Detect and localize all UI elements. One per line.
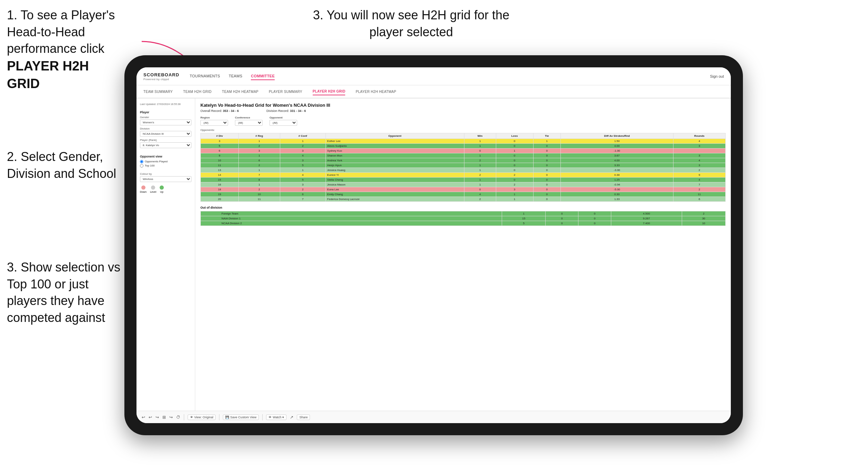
sidebar-timestamp: Last Updated: 27/03/2024 16:55:38 <box>140 103 191 106</box>
instruction-step3-left: 3. Show selection vs Top 100 or just pla… <box>7 259 124 326</box>
table-row: 13 1 1 Jessica Huang 1 0 0 -3.00 2 <box>201 168 726 173</box>
sidebar-radio-group: Opponents Played Top 100 <box>140 160 191 168</box>
col-reg: # Reg <box>238 133 280 139</box>
filters-row: Region (All) Conference (All) Opponent <box>200 116 726 126</box>
toolbar-divider-3 <box>262 414 263 420</box>
save-custom-view-btn[interactable]: 💾 Save Custom View <box>223 414 259 420</box>
colour-legend-level: Level <box>150 185 156 193</box>
colour-dot-level <box>151 185 155 190</box>
table-row: 10 6 3 Andrea York 2 0 0 4.00 4 <box>201 158 726 163</box>
sidebar-player-rank-label: Player (Rank) <box>140 139 191 142</box>
table-row: 18 2 2 Euna Lee 0 3 0 -5.00 2 <box>201 187 726 192</box>
table-row: 19 10 6 Emily Chang 4 1 0 0.30 11 <box>201 192 726 197</box>
table-row: 5 2 2 Alexis Sudjianto 1 0 0 4.00 3 <box>201 144 726 149</box>
table-row: 16 1 3 Jessica Mason 1 2 0 -0.94 7 <box>201 182 726 187</box>
colour-dot-down <box>141 185 145 190</box>
table-row: 14 7 4 Eunice Yi 2 2 0 0.38 9 <box>201 173 726 178</box>
col-loss: Loss <box>496 133 533 139</box>
out-of-division-table: Foreign Team 1 0 0 4.500 2 NAIA Division… <box>200 211 726 226</box>
sidebar-player-rank-select[interactable]: 8. Katelyn Vo <box>140 142 191 148</box>
col-conf: # Conf <box>280 133 326 139</box>
clock-icon[interactable]: ⏱ <box>176 415 180 420</box>
sidebar-colour-by-label: Colour by <box>140 172 191 175</box>
sub-nav-team-h2h-grid[interactable]: TEAM H2H GRID <box>183 88 211 95</box>
col-div: # Div <box>201 133 239 139</box>
filter-region-group: Region (All) <box>200 116 228 126</box>
col-win: Win <box>464 133 496 139</box>
main-data-table: # Div # Reg # Conf Opponent Win Loss Tie… <box>200 133 726 202</box>
table-row: 15 8 5 Stella Cheng 1 0 0 1.25 4 <box>201 178 726 182</box>
nav-right: Sign out <box>710 74 724 78</box>
instruction-step2: 2. Select Gender, Division and School <box>7 149 124 182</box>
grid-area: Katelyn Vo Head-to-Head Grid for Women's… <box>195 98 731 411</box>
sidebar-division-label: Division <box>140 127 191 130</box>
tablet-screen: SCOREBOARD Powered by clippd TOURNAMENTS… <box>136 67 731 423</box>
table-row: 6 3 3 Sydney Kuo 0 1 0 -1.00 <box>201 149 726 153</box>
main-content: Last Updated: 27/03/2024 16:55:38 Player… <box>136 98 731 411</box>
sign-out-link[interactable]: Sign out <box>710 74 724 78</box>
sidebar: Last Updated: 27/03/2024 16:55:38 Player… <box>136 98 195 411</box>
table-row: 20 11 7 Federica Domecq Lacroze 2 1 0 1.… <box>201 197 726 202</box>
filter-conference-select[interactable]: (All) <box>235 120 263 126</box>
table-row: NAIA Division 1 15 0 0 9.267 30 <box>201 216 726 221</box>
watch-btn[interactable]: 👁 Watch ▾ <box>266 414 286 420</box>
grid-icon[interactable]: ⊞ <box>162 415 166 420</box>
nav-bar: SCOREBOARD Powered by clippd TOURNAMENTS… <box>136 67 731 85</box>
undo-icon[interactable]: ↩ <box>142 415 145 420</box>
filter-opponent-select[interactable]: (All) <box>270 120 297 126</box>
nav-tournaments[interactable]: TOURNAMENTS <box>190 73 220 80</box>
filter-conference-group: Conference (All) <box>235 116 263 126</box>
col-opponent: Opponent <box>326 133 464 139</box>
filter-region-select[interactable]: (All) <box>200 120 228 126</box>
sub-nav-player-h2h-grid[interactable]: PLAYER H2H GRID <box>313 88 346 95</box>
table-row: 11 2 5 Heejo Hyun 1 0 0 3.33 3 <box>201 163 726 168</box>
col-tie: Tie <box>533 133 561 139</box>
sidebar-gender-label: Gender <box>140 116 191 119</box>
sub-nav-player-h2h-heatmap[interactable]: PLAYER H2H HEATMAP <box>356 88 396 95</box>
sub-nav: TEAM SUMMARY TEAM H2H GRID TEAM H2H HEAT… <box>136 85 731 98</box>
nav-items: TOURNAMENTS TEAMS COMMITTEE <box>190 73 710 80</box>
redo-icon[interactable]: ↪ <box>155 415 159 420</box>
grid-record-row: Overall Record: 353 - 34 - 6 Division Re… <box>200 109 726 113</box>
out-of-division-title: Out of division <box>200 206 726 209</box>
tablet-frame: SCOREBOARD Powered by clippd TOURNAMENTS… <box>124 55 743 435</box>
toolbar: ↩ ↩ ↪ ⊞ ↪ ⏱ 👁 View: Original 💾 Save Cust… <box>136 411 731 423</box>
instruction-step3-right: 3. You will now see H2H grid for the pla… <box>311 7 511 40</box>
sidebar-division-select[interactable]: NCAA Division III <box>140 131 191 137</box>
view-original-btn[interactable]: 👁 View: Original <box>188 414 216 420</box>
share-icon[interactable]: ↗ <box>290 415 293 420</box>
sub-nav-team-summary[interactable]: TEAM SUMMARY <box>143 88 173 95</box>
table-row: 9 1 4 Sharon Mun 1 0 0 3.67 3 <box>201 153 726 158</box>
colour-legend-down: Down <box>140 185 147 193</box>
sidebar-player-label: Player <box>140 111 191 114</box>
share-btn[interactable]: Share <box>297 414 310 420</box>
redo2-icon[interactable]: ↪ <box>169 415 173 420</box>
colour-legend-up: Up <box>160 185 164 193</box>
undo2-icon[interactable]: ↩ <box>149 415 152 420</box>
sidebar-colour-by-select[interactable]: Win/loss <box>140 176 191 182</box>
opponents-label: Opponents: <box>200 128 726 132</box>
nav-teams[interactable]: TEAMS <box>229 73 242 80</box>
table-row: 3 1 1 Esther Lee 1 0 1 1.50 4 <box>201 139 726 144</box>
sidebar-gender-select[interactable]: Women's <box>140 120 191 125</box>
table-row: NCAA Division 2 5 0 0 7.400 10 <box>201 221 726 226</box>
colour-dot-up <box>160 185 164 190</box>
sidebar-radio-top100[interactable]: Top 100 <box>140 164 191 168</box>
table-row: Foreign Team 1 0 0 4.500 2 <box>201 211 726 216</box>
sub-nav-player-summary[interactable]: PLAYER SUMMARY <box>269 88 302 95</box>
colour-legend: Down Level Up <box>140 185 191 193</box>
logo: SCOREBOARD Powered by clippd <box>143 72 190 81</box>
toolbar-divider-1 <box>184 414 184 420</box>
nav-committee[interactable]: COMMITTEE <box>251 73 275 80</box>
toolbar-divider-2 <box>219 414 219 420</box>
col-rounds: Rounds <box>673 133 725 139</box>
sub-nav-team-h2h-heatmap[interactable]: TEAM H2H HEATMAP <box>222 88 258 95</box>
sidebar-opponent-view-label: Opponent view <box>140 155 191 158</box>
col-diff: Diff Av Strokes/Rnd <box>561 133 673 139</box>
instruction-step1: 1. To see a Player's Head-to-Head perfor… <box>7 7 124 93</box>
grid-title: Katelyn Vo Head-to-Head Grid for Women's… <box>200 103 726 108</box>
filter-opponent-group: Opponent (All) <box>270 116 297 126</box>
sidebar-radio-opponents-played[interactable]: Opponents Played <box>140 160 191 163</box>
